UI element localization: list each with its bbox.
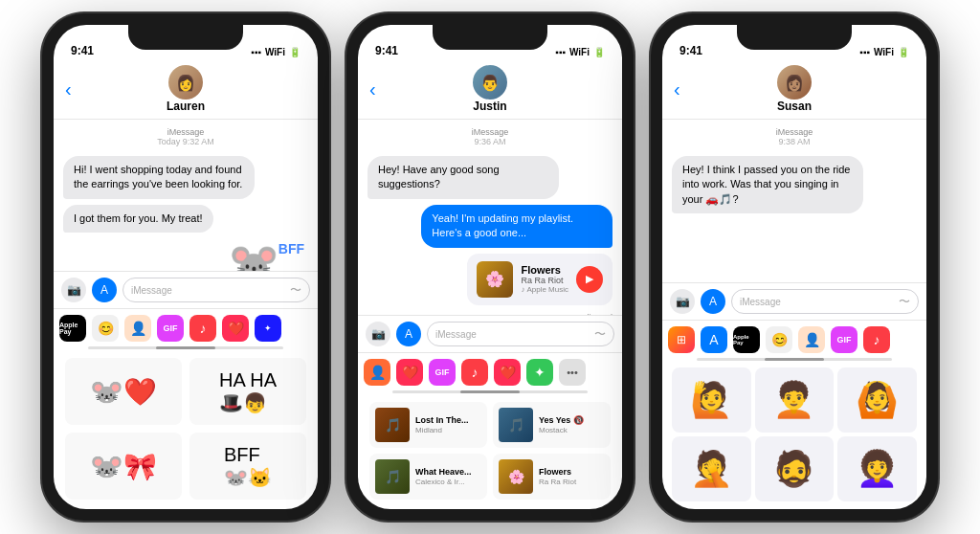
music-panel-2: 🎵 Lost In The... Midland 🎵 Yes Yes 🔞 Mos…: [364, 396, 616, 505]
gif-icon-1[interactable]: GIF: [157, 315, 184, 342]
phone-1: 9:41 ▪▪▪ WiFi 🔋 ‹ 👩 Lauren iMe: [42, 13, 329, 521]
music-art-2: 🌸: [477, 261, 513, 298]
input-field-3[interactable]: iMessage 〜: [731, 289, 919, 314]
avatar-3: 👩🏽: [777, 65, 812, 100]
sticker-item-2[interactable]: HA HA🎩👦: [189, 358, 306, 425]
apps-icon-3[interactable]: A: [701, 326, 727, 353]
sticker-panel-1: 🐭❤️ HA HA🎩👦 🐭🎀 BFF🐭🐱: [59, 352, 312, 505]
sticker-item-3[interactable]: 🐭🎀: [65, 433, 182, 500]
music-panel-item-4[interactable]: 🌸 Flowers Ra Ra Riot: [493, 454, 611, 500]
music-icon-3[interactable]: ♪: [863, 326, 890, 353]
music-card-2[interactable]: 🌸 Flowers Ra Ra Riot ♪ Apple Music ▶: [467, 254, 612, 305]
music-panel-info-4: Flowers Ra Ra Riot: [539, 467, 576, 486]
nav-contact-2[interactable]: 👨 Justin: [473, 65, 507, 113]
app-tray-row-2: 👤 ❤️ GIF ♪ ❤️ ✦ •••: [364, 357, 616, 388]
memoji-icon-1[interactable]: 👤: [124, 315, 151, 342]
phone-2: 9:41 ▪▪▪ WiFi 🔋 ‹ 👨 Justin iMe: [346, 13, 634, 521]
gif-icon-3[interactable]: GIF: [831, 326, 858, 353]
appstore-btn-1[interactable]: A: [92, 278, 117, 302]
contact-name-2: Justin: [473, 100, 506, 113]
input-bar-3: 📷 A iMessage 〜: [662, 282, 926, 320]
app-tray-3: ⊞ A Apple Pay 😊 👤 GIF ♪ 🙋 🧑‍🦱 🙆 🤦 🧔: [662, 320, 926, 509]
heart-icon-2[interactable]: ❤️: [396, 359, 423, 386]
memoji-icon-3[interactable]: 👤: [798, 326, 825, 353]
back-button-2[interactable]: ‹: [369, 78, 376, 100]
music-panel-art-3: 🎵: [375, 459, 410, 494]
memoji-item-1[interactable]: 🙋: [672, 367, 751, 433]
music-icon-1[interactable]: ♪: [189, 315, 216, 342]
status-time-1: 9:41: [71, 44, 94, 57]
messages-area-1: iMessageToday 9:32 AM Hi! I went shoppin…: [54, 120, 318, 271]
mp-artist-2: Mostack: [539, 426, 584, 434]
applepay-icon-3[interactable]: Apple Pay: [733, 326, 760, 353]
msg-meta-1: iMessageToday 9:32 AM: [63, 127, 308, 146]
input-placeholder-1: iMessage: [131, 285, 172, 296]
memoji-item-2[interactable]: 🧑‍🦱: [755, 367, 835, 433]
notch-2: [433, 25, 547, 50]
status-icons-3: ▪▪▪ WiFi 🔋: [859, 47, 909, 57]
camera-btn-1[interactable]: 📷: [61, 278, 86, 302]
photos-icon-3[interactable]: ⊞: [668, 326, 695, 353]
emoji-icon-1[interactable]: 😊: [92, 315, 119, 342]
msg-bubble-1-1: Hi! I went shopping today and found the …: [63, 156, 255, 199]
emoji-icon-3[interactable]: 😊: [766, 326, 792, 353]
input-field-2[interactable]: iMessage 〜: [427, 322, 614, 346]
music-panel-item-2[interactable]: 🎵 Yes Yes 🔞 Mostack: [493, 402, 611, 448]
scroll-indicator-1: [88, 346, 283, 349]
nav-contact-1[interactable]: 👩 Lauren: [167, 65, 205, 113]
music-panel-item-3[interactable]: 🎵 What Heave... Calexico & Ir...: [369, 454, 487, 500]
camera-btn-3[interactable]: 📷: [670, 289, 695, 314]
heart-icon-1[interactable]: ❤️: [222, 315, 249, 342]
input-field-1[interactable]: iMessage 〜: [122, 278, 310, 302]
music-icon-2[interactable]: ♪: [461, 359, 488, 386]
appstore-btn-3[interactable]: A: [701, 289, 725, 314]
back-button-3[interactable]: ‹: [674, 78, 680, 100]
camera-btn-2[interactable]: 📷: [366, 322, 390, 346]
app-tray-row-1: Apple Pay 😊 👤 GIF ♪ ❤️ ✦: [59, 313, 312, 344]
memoji-item-3[interactable]: 🙆: [837, 367, 917, 433]
input-placeholder-3: iMessage: [740, 297, 781, 307]
appstore-btn-2[interactable]: A: [396, 322, 421, 346]
sticker-item-1[interactable]: 🐭❤️: [65, 358, 182, 425]
phones-container: 9:41 ▪▪▪ WiFi 🔋 ‹ 👩 Lauren iMe: [0, 0, 980, 534]
music-panel-art-2: 🎵: [499, 408, 533, 442]
msg-bubble-3-1: Hey! I think I passed you on the ride in…: [672, 156, 863, 213]
messages-area-2: iMessage9:36 AM Hey! Have any good song …: [358, 120, 622, 315]
applepay-icon-1[interactable]: Apple Pay: [59, 315, 86, 342]
play-button-2[interactable]: ▶: [576, 266, 603, 293]
msg-bubble-1-2: I got them for you. My treat!: [63, 205, 213, 233]
battery-icon-1: 🔋: [289, 47, 301, 57]
disney-icon-1[interactable]: ✦: [255, 315, 281, 342]
mp-artist-4: Ra Ra Riot: [539, 478, 576, 486]
memoji-item-6[interactable]: 👩‍🦱: [837, 436, 917, 501]
gif-icon-2[interactable]: GIF: [429, 359, 456, 386]
music-panel-item-1[interactable]: 🎵 Lost In The... Midland: [369, 402, 487, 448]
app-tray-2: 👤 ❤️ GIF ♪ ❤️ ✦ ••• 🎵 Lost In The: [358, 352, 622, 509]
back-button-1[interactable]: ‹: [65, 78, 72, 100]
heart2-icon-2[interactable]: ❤️: [494, 359, 521, 386]
notch-3: [737, 25, 852, 50]
memoji-item-4[interactable]: 🤦: [672, 436, 751, 501]
music-info-2: Flowers Ra Ra Riot ♪ Apple Music: [521, 264, 568, 294]
music-title-2: Flowers: [521, 264, 568, 276]
mp-artist-1: Midland: [415, 426, 469, 434]
nav-bar-3: ‹ 👩🏽 Susan: [662, 61, 926, 120]
notch-1: [128, 25, 243, 50]
phone-3: 9:41 ▪▪▪ WiFi 🔋 ‹ 👩🏽 Susan iM: [651, 13, 938, 521]
input-bar-2: 📷 A iMessage 〜: [358, 315, 622, 352]
memoji-icon-2[interactable]: 👤: [364, 359, 390, 386]
disney-icon-2[interactable]: ✦: [526, 359, 553, 386]
status-time-3: 9:41: [679, 44, 702, 57]
scroll-indicator-2: [392, 390, 588, 393]
memoji-item-5[interactable]: 🧔: [755, 436, 835, 501]
nav-contact-3[interactable]: 👩🏽 Susan: [777, 65, 812, 113]
msg-meta-3: iMessage9:38 AM: [672, 127, 917, 146]
music-panel-info-2: Yes Yes 🔞 Mostack: [539, 415, 584, 434]
more-icon-2[interactable]: •••: [559, 359, 586, 386]
mp-title-3: What Heave...: [415, 467, 472, 478]
music-panel-grid-2: 🎵 Lost In The... Midland 🎵 Yes Yes 🔞 Mos…: [369, 402, 611, 500]
mp-title-2: Yes Yes 🔞: [539, 415, 584, 426]
sticker-item-4[interactable]: BFF🐭🐱: [189, 433, 306, 500]
waveform-1: 〜: [290, 282, 301, 299]
mp-title-4: Flowers: [539, 467, 576, 478]
